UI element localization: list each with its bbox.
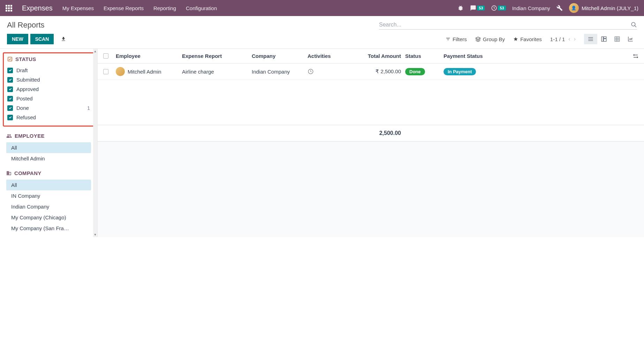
svg-point-8	[637, 57, 638, 58]
nav-reporting[interactable]: Reporting	[153, 5, 176, 11]
status-done[interactable]: Done 1	[7, 103, 90, 113]
cell-amount: ₹ 2,500.00	[353, 68, 405, 75]
nav-expense-reports[interactable]: Expense Reports	[104, 5, 144, 11]
cell-activities-icon[interactable]	[308, 68, 353, 75]
svg-rect-3	[604, 37, 606, 38]
view-graph-icon[interactable]	[624, 34, 637, 44]
status-label: Refused	[16, 114, 36, 120]
nav-configuration[interactable]: Configuration	[186, 5, 217, 11]
sidebar-scrollbar[interactable]: ▲ ▼	[93, 49, 97, 237]
cell-employee: Mitchell Admin	[116, 67, 182, 76]
pager-prev-icon[interactable]: ‹	[568, 36, 570, 42]
header-amount[interactable]: Total Amount	[353, 53, 405, 59]
activities-icon[interactable]: 53	[491, 5, 506, 11]
favorites-button[interactable]: Favorites	[513, 36, 542, 42]
search-bar[interactable]	[379, 20, 637, 30]
tools-icon[interactable]	[556, 5, 563, 11]
header-settings-icon[interactable]	[633, 53, 638, 59]
navbar-right: 53 53 Indian Company 👤 Mitchell Admin (J…	[457, 3, 638, 13]
user-menu[interactable]: 👤 Mitchell Admin (JULY_1)	[569, 3, 638, 13]
debug-icon[interactable]	[457, 5, 464, 11]
row-avatar-icon	[116, 67, 125, 76]
pager-next-icon[interactable]: ›	[574, 36, 576, 42]
groupby-button[interactable]: Group By	[475, 36, 505, 42]
activities-badge: 53	[498, 6, 506, 10]
filters-label: Filters	[453, 36, 467, 42]
status-filter-group: STATUS Draft Submitted Approved Posted D…	[3, 52, 94, 127]
svg-rect-2	[601, 37, 603, 41]
table-row[interactable]: Mitchell Admin Airline charge Indian Com…	[98, 63, 644, 80]
cp-top: All Reports	[7, 20, 637, 30]
pager: 1-1 / 1 ‹ ›	[550, 36, 576, 42]
status-count: 1	[87, 105, 90, 111]
footer-total: 2,500.00	[353, 130, 405, 136]
company-sanfra[interactable]: My Company (San Fra…	[6, 223, 91, 234]
download-icon[interactable]	[61, 36, 66, 42]
messages-badge: 53	[477, 6, 485, 10]
header-checkbox[interactable]	[103, 53, 116, 59]
scan-button[interactable]: SCAN	[30, 34, 54, 44]
svg-rect-4	[604, 39, 606, 41]
table-header: Employee Expense Report Company Activiti…	[98, 49, 644, 63]
cell-report: Airline charge	[182, 69, 252, 75]
search-icon[interactable]	[631, 22, 637, 28]
status-header[interactable]: STATUS	[7, 56, 90, 62]
header-status[interactable]: Status	[405, 53, 444, 59]
company-list: All IN Company Indian Company My Company…	[3, 180, 94, 234]
checkbox-checked-icon	[7, 115, 13, 120]
company-chicago[interactable]: My Company (Chicago)	[6, 212, 91, 223]
search-input[interactable]	[379, 22, 631, 28]
status-label: Draft	[16, 67, 28, 73]
company-all[interactable]: All	[6, 180, 91, 190]
company-indian[interactable]: Indian Company	[6, 201, 91, 212]
view-pivot-icon[interactable]	[611, 34, 624, 44]
status-refused[interactable]: Refused	[7, 113, 90, 122]
employee-header[interactable]: EMPLOYEE	[3, 133, 94, 139]
company-in[interactable]: IN Company	[6, 190, 91, 201]
cell-status: Done	[405, 68, 444, 75]
svg-point-7	[634, 54, 635, 55]
status-badge: Done	[405, 68, 425, 75]
view-kanban-icon[interactable]	[597, 34, 611, 44]
status-posted[interactable]: Posted	[7, 94, 90, 103]
status-approved[interactable]: Approved	[7, 84, 90, 94]
apps-icon[interactable]	[6, 5, 12, 12]
content-blank	[98, 142, 644, 237]
company-switcher[interactable]: Indian Company	[512, 5, 550, 11]
employee-title: EMPLOYEE	[15, 133, 45, 139]
svg-point-1	[631, 22, 635, 26]
pager-text[interactable]: 1-1 / 1	[550, 36, 565, 42]
company-header[interactable]: COMPANY	[3, 170, 94, 176]
view-switcher	[584, 34, 637, 44]
employee-mitchell[interactable]: Mitchell Admin	[6, 153, 91, 164]
top-navbar: Expenses My Expenses Expense Reports Rep…	[0, 0, 644, 16]
employee-name: Mitchell Admin	[128, 69, 161, 75]
messages-icon[interactable]: 53	[470, 5, 485, 11]
app-title[interactable]: Expenses	[22, 4, 53, 12]
scroll-up-icon[interactable]: ▲	[93, 49, 98, 54]
status-draft[interactable]: Draft	[7, 66, 90, 75]
navbar-left: Expenses My Expenses Expense Reports Rep…	[6, 4, 217, 12]
scroll-down-icon[interactable]: ▼	[93, 232, 98, 237]
new-button[interactable]: NEW	[7, 34, 28, 44]
avatar: 👤	[569, 3, 579, 13]
checkbox-checked-icon	[7, 86, 13, 92]
status-title: STATUS	[15, 56, 36, 62]
employee-all[interactable]: All	[6, 142, 91, 153]
employee-list: All Mitchell Admin	[3, 142, 94, 164]
filters-button[interactable]: Filters	[446, 36, 467, 42]
header-payment[interactable]: Payment Status	[444, 53, 496, 59]
row-checkbox[interactable]	[103, 69, 116, 74]
filter-sidebar: STATUS Draft Submitted Approved Posted D…	[0, 49, 98, 237]
groupby-label: Group By	[483, 36, 505, 42]
header-company[interactable]: Company	[252, 53, 308, 59]
view-list-icon[interactable]	[584, 34, 597, 44]
header-employee[interactable]: Employee	[116, 53, 182, 59]
cp-bottom: NEW SCAN Filters Group By Favorites 1-1 …	[7, 34, 637, 48]
header-activities[interactable]: Activities	[308, 53, 353, 59]
page-title: All Reports	[7, 21, 45, 30]
nav-my-expenses[interactable]: My Expenses	[62, 5, 94, 11]
header-report[interactable]: Expense Report	[182, 53, 252, 59]
status-submitted[interactable]: Submitted	[7, 75, 90, 84]
user-name: Mitchell Admin (JULY_1)	[582, 5, 638, 11]
